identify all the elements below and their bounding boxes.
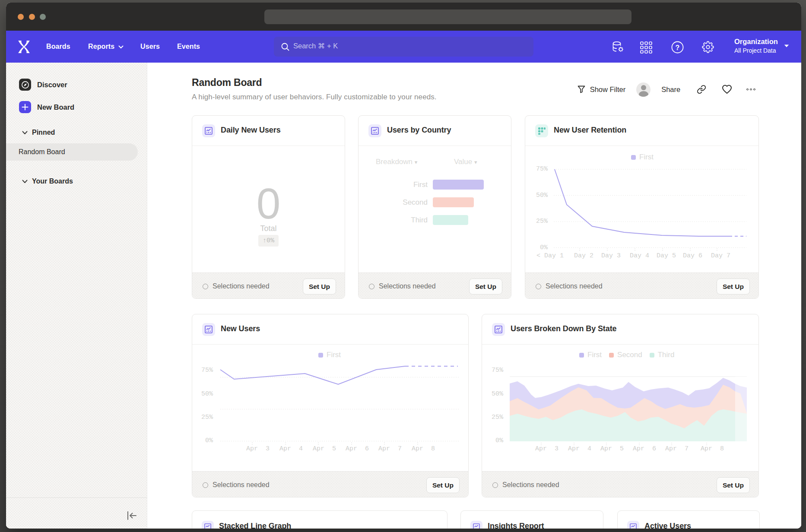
- svg-text:?: ?: [676, 44, 680, 51]
